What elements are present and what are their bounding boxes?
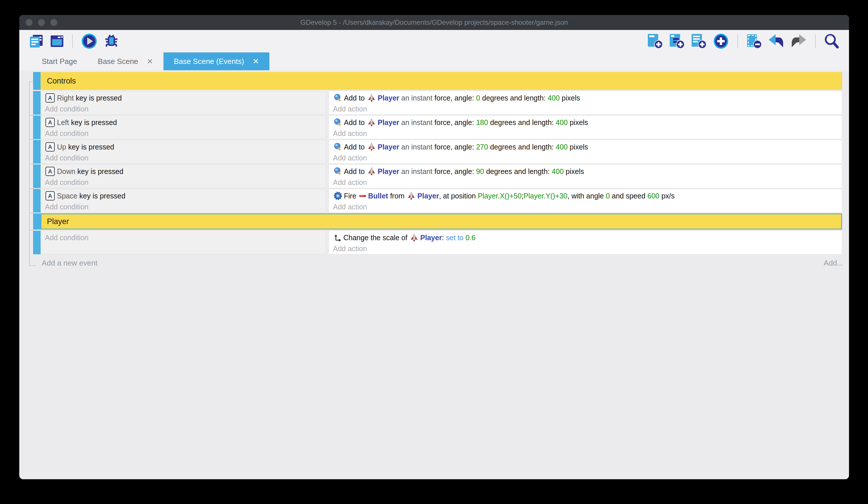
main-toolbar bbox=[19, 30, 849, 52]
event-drag-handle[interactable] bbox=[33, 231, 41, 254]
bullet-object-icon bbox=[359, 194, 366, 198]
add-action-button[interactable]: Add action bbox=[333, 178, 842, 188]
conditions-cell[interactable]: ARight key is pressed Add condition bbox=[41, 91, 326, 115]
play-icon bbox=[81, 33, 97, 49]
player-object-icon bbox=[410, 233, 418, 242]
minimize-window-button[interactable] bbox=[38, 19, 45, 26]
delete-event-icon bbox=[746, 33, 762, 49]
actions-cell[interactable]: Add to Player an instant force, angle: 0… bbox=[329, 91, 842, 115]
force-icon bbox=[333, 167, 342, 176]
add-subevent-button[interactable] bbox=[669, 33, 685, 49]
group-row-controls: Controls bbox=[33, 72, 842, 90]
group-header-controls[interactable]: Controls bbox=[41, 72, 842, 90]
conditions-cell[interactable]: ALeft key is pressed Add condition bbox=[41, 115, 326, 139]
add-event-button[interactable] bbox=[647, 33, 663, 49]
conditions-cell[interactable]: AUp key is pressed Add condition bbox=[41, 140, 326, 164]
event-drag-handle[interactable] bbox=[33, 72, 41, 90]
tab-bar: Start Page Base Scene ✕ Base Scene (Even… bbox=[19, 52, 849, 70]
actions-cell[interactable]: Add to Player an instant force, angle: 1… bbox=[329, 115, 842, 139]
add-more-circle-icon bbox=[713, 33, 729, 49]
event-drag-handle[interactable] bbox=[33, 189, 41, 213]
title-bar: GDevelop 5 - /Users/dkarakay/Documents/G… bbox=[19, 15, 849, 30]
conditions-cell[interactable]: ASpace key is pressed Add condition bbox=[41, 189, 326, 213]
undo-icon bbox=[768, 34, 784, 48]
event-drag-handle[interactable] bbox=[33, 164, 41, 188]
search-button[interactable] bbox=[824, 33, 839, 49]
actions-cell[interactable]: Add to Player an instant force, angle: 2… bbox=[329, 140, 842, 164]
condition-text: ARight key is pressed bbox=[45, 91, 326, 104]
keyboard-key-icon: A bbox=[45, 118, 55, 127]
event-drag-handle[interactable] bbox=[33, 91, 41, 115]
project-manager-button[interactable] bbox=[29, 34, 44, 48]
delete-event-button[interactable] bbox=[746, 33, 762, 49]
conditions-cell[interactable]: ADown key is pressed Add condition bbox=[41, 164, 326, 188]
action-text: Add to Player an instant force, angle: 2… bbox=[333, 140, 842, 153]
scene-editor-icon bbox=[50, 34, 64, 48]
event-row-space: ASpace key is pressed Add condition Fire… bbox=[33, 189, 842, 213]
undo-button[interactable] bbox=[768, 34, 784, 48]
tab-base-scene[interactable]: Base Scene ✕ bbox=[87, 52, 164, 70]
group-title: Controls bbox=[47, 77, 76, 85]
add-condition-button[interactable]: Add condition bbox=[45, 153, 326, 163]
add-comment-button[interactable] bbox=[691, 33, 706, 49]
actions-cell[interactable]: Fire Bullet from Player, at position Pla… bbox=[329, 189, 842, 213]
tree-connector-stub bbox=[29, 139, 33, 140]
add-action-button[interactable]: Add action bbox=[333, 129, 842, 139]
event-drag-handle[interactable] bbox=[33, 213, 41, 230]
player-object-icon bbox=[407, 192, 416, 200]
add-condition-button[interactable]: Add condition bbox=[45, 202, 326, 212]
tab-label: Base Scene (Events) bbox=[174, 57, 244, 66]
add-condition-button[interactable]: Add condition bbox=[45, 129, 326, 139]
redo-icon bbox=[790, 34, 807, 48]
force-icon bbox=[333, 143, 342, 151]
action-text: Add to Player an instant force, angle: 9… bbox=[333, 165, 842, 178]
action-text: Fire Bullet from Player, at position Pla… bbox=[333, 189, 842, 202]
group-header-player[interactable]: Player bbox=[41, 213, 842, 230]
actions-cell[interactable]: Change the scale of Player: set to 0.6 A… bbox=[329, 231, 842, 254]
close-tab-icon[interactable]: ✕ bbox=[253, 57, 259, 66]
keyboard-key-icon: A bbox=[45, 142, 55, 151]
start-page-button[interactable] bbox=[50, 34, 64, 48]
redo-button[interactable] bbox=[790, 34, 807, 48]
tree-connector-stub bbox=[29, 115, 33, 115]
gdevelop-window: GDevelop 5 - /Users/dkarakay/Documents/G… bbox=[19, 15, 849, 479]
event-row-left: ALeft key is pressed Add condition Add t… bbox=[33, 115, 842, 139]
add-action-button[interactable]: Add action bbox=[333, 244, 842, 254]
tab-start-page[interactable]: Start Page bbox=[31, 52, 87, 70]
add-action-button[interactable]: Add action bbox=[333, 153, 842, 163]
action-text: Add to Player an instant force, angle: 1… bbox=[333, 116, 842, 129]
event-drag-handle[interactable] bbox=[33, 115, 41, 139]
play-button[interactable] bbox=[81, 33, 97, 49]
add-action-button[interactable]: Add action bbox=[333, 202, 842, 212]
keyboard-key-icon: A bbox=[45, 93, 55, 102]
player-object-icon bbox=[367, 167, 376, 176]
action-text: Change the scale of Player: set to 0.6 bbox=[333, 231, 842, 244]
conditions-cell[interactable]: Add condition bbox=[41, 231, 326, 254]
tree-connector-stub bbox=[29, 81, 33, 82]
add-action-button[interactable]: Add action bbox=[333, 104, 842, 114]
tab-base-scene-events[interactable]: Base Scene (Events) ✕ bbox=[164, 52, 269, 70]
add-condition-button[interactable]: Add condition bbox=[45, 231, 326, 244]
actions-cell[interactable]: Add to Player an instant force, angle: 9… bbox=[329, 164, 842, 188]
debug-icon bbox=[104, 34, 119, 48]
add-new-event-button[interactable]: Add a new event bbox=[42, 259, 97, 268]
tree-connector-stub bbox=[29, 213, 33, 213]
close-tab-icon[interactable]: ✕ bbox=[147, 57, 153, 66]
project-manager-icon bbox=[29, 34, 44, 48]
add-condition-button[interactable]: Add condition bbox=[45, 178, 326, 188]
add-more-button[interactable] bbox=[713, 33, 729, 49]
add-condition-button[interactable]: Add condition bbox=[45, 104, 326, 114]
zoom-window-button[interactable] bbox=[50, 19, 57, 26]
toolbar-separator bbox=[815, 34, 816, 48]
event-row-up: AUp key is pressed Add condition Add to … bbox=[33, 140, 842, 164]
tree-connector-line bbox=[29, 81, 30, 265]
traffic-lights bbox=[25, 19, 57, 26]
tree-connector-stub bbox=[29, 230, 33, 230]
scale-icon bbox=[333, 234, 342, 242]
add-more-link[interactable]: Add... bbox=[824, 259, 843, 268]
close-window-button[interactable] bbox=[25, 19, 32, 26]
event-row-scale: Add condition Change the scale of Player… bbox=[33, 231, 842, 254]
debug-button[interactable] bbox=[104, 34, 119, 48]
add-event-line: Add a new event Add... bbox=[19, 258, 849, 270]
event-drag-handle[interactable] bbox=[33, 140, 41, 164]
